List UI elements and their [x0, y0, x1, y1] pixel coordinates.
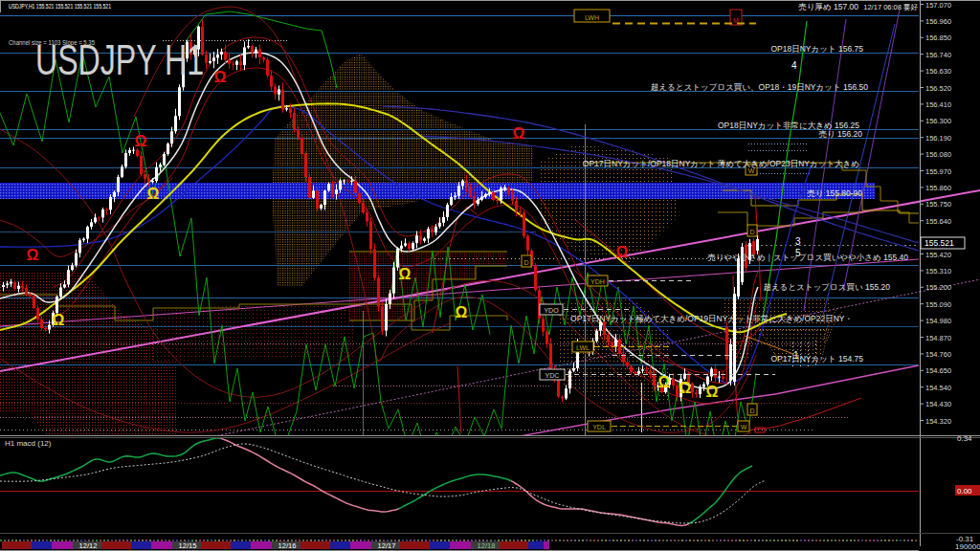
- svg-text:YDL: YDL: [592, 424, 606, 430]
- svg-text:Ω: Ω: [513, 125, 525, 142]
- svg-text:156.630: 156.630: [925, 67, 951, 76]
- svg-text:0.34: 0.34: [957, 434, 972, 443]
- svg-text:売り厚め 157.00: 売り厚め 157.00: [798, 2, 858, 11]
- svg-text:12/17: 12/17: [378, 541, 396, 550]
- svg-text:Ω: Ω: [456, 304, 468, 320]
- svg-text:155.090: 155.090: [925, 300, 951, 309]
- svg-text:154.320: 154.320: [925, 417, 951, 426]
- svg-text:Ω: Ω: [679, 380, 692, 396]
- svg-text:155.860: 155.860: [925, 184, 951, 192]
- svg-text:LWL: LWL: [576, 344, 590, 351]
- svg-text:売りやや小さめ｜ストップロス買いやや小さめ 155.40: 売りやや小さめ｜ストップロス買いやや小さめ 155.40: [707, 253, 908, 263]
- svg-text:156.410: 156.410: [925, 100, 951, 109]
- svg-text:Ω: Ω: [658, 374, 671, 390]
- svg-text:売り 155.80-90: 売り 155.80-90: [807, 188, 862, 198]
- svg-text:Ω: Ω: [53, 312, 65, 328]
- svg-text:155.640: 155.640: [925, 217, 951, 226]
- svg-text:Ω: Ω: [616, 244, 629, 260]
- svg-text:Ω: Ω: [399, 266, 412, 282]
- svg-text:D: D: [749, 229, 754, 235]
- svg-text:154.540: 154.540: [925, 384, 951, 392]
- svg-text:154.760: 154.760: [925, 350, 951, 359]
- svg-text:4: 4: [791, 60, 797, 71]
- svg-text:155.521: 155.521: [924, 238, 954, 248]
- svg-text:OP17日NYカット/OP18日NYカット 薄めて大きめ/O: OP17日NYカット/OP18日NYカット 薄めて大きめ/OP23日NYカット大…: [583, 159, 859, 168]
- svg-text:Ω: Ω: [706, 384, 719, 400]
- svg-text:155.200: 155.200: [925, 283, 951, 292]
- svg-text:売り 156.20: 売り 156.20: [818, 129, 862, 139]
- svg-text:0.00: 0.00: [957, 487, 972, 496]
- svg-text:Ω: Ω: [214, 69, 227, 85]
- svg-text:12/17 06:08 要好: 12/17 06:08 要好: [863, 3, 918, 11]
- svg-text:156.300: 156.300: [925, 117, 951, 125]
- svg-text:超えるとストップロス買い、OP18・19日NYカット 156: 超えるとストップロス買い、OP18・19日NYカット 156.50: [651, 82, 868, 92]
- svg-text:W: W: [741, 424, 747, 430]
- svg-text:155.970: 155.970: [925, 167, 951, 176]
- svg-text:156.850: 156.850: [925, 33, 951, 42]
- svg-text:154.980: 154.980: [925, 317, 951, 325]
- svg-text:YDC: YDC: [546, 372, 560, 379]
- svg-text:W: W: [748, 167, 755, 174]
- svg-text:154.650: 154.650: [925, 366, 951, 375]
- svg-text:155.310: 155.310: [925, 267, 951, 276]
- svg-text:156.080: 156.080: [925, 150, 951, 159]
- svg-text:156.520: 156.520: [925, 84, 951, 93]
- svg-text:H1 macd (12): H1 macd (12): [5, 439, 52, 448]
- svg-text:USDJPY H1: USDJPY H1: [35, 36, 204, 83]
- svg-text:156.190: 156.190: [925, 134, 951, 143]
- svg-text:154.870: 154.870: [925, 334, 951, 342]
- svg-text:156.740: 156.740: [925, 51, 951, 59]
- svg-text:156.960: 156.960: [925, 17, 951, 26]
- svg-text:D: D: [749, 408, 754, 414]
- svg-text:Ω: Ω: [135, 133, 147, 149]
- svg-text:Ω: Ω: [27, 247, 39, 263]
- svg-text:LWH: LWH: [585, 14, 599, 21]
- svg-text:OP17日NYカット 154.75: OP17日NYカット 154.75: [770, 354, 863, 364]
- svg-text:YDO: YDO: [544, 307, 559, 314]
- svg-text:155.420: 155.420: [925, 251, 951, 259]
- svg-text:155.750: 155.750: [925, 200, 951, 209]
- svg-text:157.070: 157.070: [925, 1, 951, 10]
- svg-text:154.430: 154.430: [925, 400, 951, 408]
- svg-text:超えるとストップロス買い 155.20: 超えるとストップロス買い 155.20: [764, 282, 891, 292]
- svg-text:D: D: [523, 259, 528, 266]
- svg-text:12/15: 12/15: [179, 541, 197, 550]
- svg-text:3: 3: [795, 236, 801, 247]
- svg-text:12/16: 12/16: [278, 541, 297, 550]
- svg-text:YDH: YDH: [590, 278, 605, 285]
- svg-text:OP17日NYカット極めて大きめ/OP19日NYカット非常に: OP17日NYカット極めて大きめ/OP19日NYカット非常に大きめ/OP22日N…: [570, 314, 853, 323]
- svg-text:12/18: 12/18: [478, 541, 496, 550]
- svg-text:Ω: Ω: [147, 186, 160, 202]
- svg-text:USDJPY,H1 155.521 155.521 155: USDJPY,H1 155.521 155.521 155.521 155.52…: [9, 2, 111, 11]
- svg-text:12/12: 12/12: [79, 541, 98, 550]
- svg-text:190000: 190000: [955, 542, 980, 551]
- svg-text:OP18日NYカット 156.75: OP18日NYカット 156.75: [770, 44, 863, 54]
